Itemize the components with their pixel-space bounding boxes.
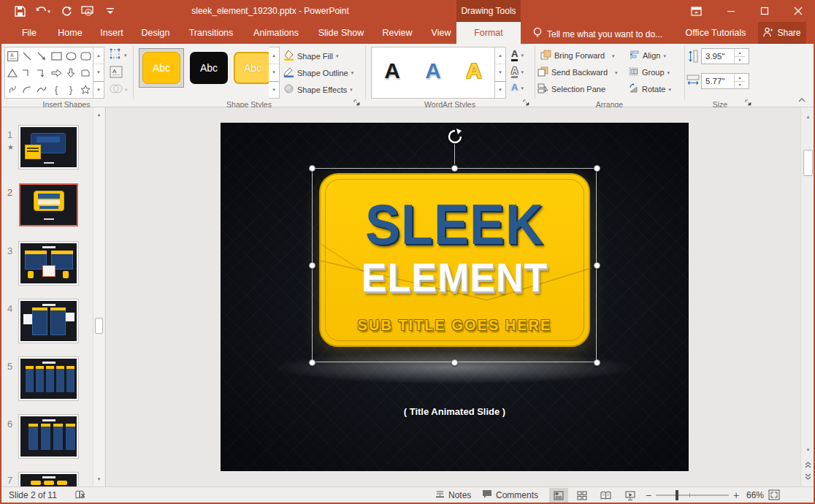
shape-corner-icon[interactable] xyxy=(78,64,93,81)
shape-elbow-connector-icon[interactable] xyxy=(20,64,34,81)
slide-thumbnail-5[interactable] xyxy=(19,357,78,400)
wordart-tile-3[interactable]: A xyxy=(454,47,494,94)
tab-review[interactable]: Review xyxy=(377,22,418,44)
main-scrollbar[interactable]: ▲ ▼ xyxy=(800,107,815,486)
shapes-gallery-more-icon[interactable]: ▼ xyxy=(93,81,104,98)
shape-styles-dialog-launcher-icon[interactable] xyxy=(352,98,361,107)
redo-icon[interactable] xyxy=(58,4,74,18)
shape-arc-icon[interactable] xyxy=(20,81,34,98)
slide-thumbnail-4[interactable] xyxy=(19,299,78,343)
panel-scrollbar[interactable]: ▲ ▼ xyxy=(93,107,104,486)
shape-effects-button[interactable]: Shape Effects ▾ xyxy=(283,83,353,96)
shape-star-icon[interactable] xyxy=(78,81,93,98)
zoom-out-button[interactable]: − xyxy=(646,487,651,503)
wordart-tile-1[interactable]: A xyxy=(372,47,413,94)
slide-indicator[interactable]: Slide 2 of 11 xyxy=(9,487,57,503)
edit-shape-dropdown-icon[interactable]: ▾ xyxy=(124,53,127,61)
edit-shape-button[interactable]: ▾ xyxy=(110,48,127,61)
wordart-tile-2[interactable]: A xyxy=(413,47,454,94)
selection-pane-button[interactable]: Selection Pane xyxy=(537,83,605,95)
zoom-in-button[interactable]: + xyxy=(733,487,739,503)
shape-arrow-icon[interactable] xyxy=(34,47,49,64)
send-backward-button[interactable]: Send Backward ▾ xyxy=(537,66,618,78)
zoom-slider-thumb[interactable] xyxy=(676,490,678,500)
tab-home[interactable]: Home xyxy=(51,22,89,44)
resize-handle-nw[interactable] xyxy=(309,165,315,172)
panel-scroll-down-icon[interactable]: ▼ xyxy=(93,474,104,484)
zoom-level[interactable]: 66% xyxy=(746,487,764,503)
tab-view[interactable]: View xyxy=(424,22,459,44)
close-icon[interactable] xyxy=(786,0,811,22)
main-scrollbar-thumb[interactable] xyxy=(803,150,813,176)
minimize-icon[interactable] xyxy=(719,0,743,22)
shape-styles-scroll-down-icon[interactable]: ▼ xyxy=(269,64,279,80)
slide-thumbnail-2[interactable] xyxy=(19,183,78,226)
slide-thumbnail-7[interactable] xyxy=(19,473,78,486)
shape-elbow-arrow-connector-icon[interactable] xyxy=(34,64,49,81)
size-dialog-launcher-icon[interactable] xyxy=(743,98,753,107)
shape-style-tile-1[interactable]: Abc xyxy=(142,52,180,84)
start-slideshow-icon[interactable] xyxy=(79,4,95,18)
wordart-dialog-launcher-icon[interactable] xyxy=(521,98,531,107)
align-button[interactable]: Align ▾ xyxy=(630,50,666,61)
slide-caption[interactable]: ( Title Animated Slide ) xyxy=(221,406,689,417)
selection-box[interactable] xyxy=(312,168,597,362)
spellcheck-icon[interactable] xyxy=(74,489,86,501)
shape-right-arrow-icon[interactable] xyxy=(49,64,64,81)
shape-outline-button[interactable]: Shape Outline ▾ xyxy=(283,66,353,79)
qat-customize-icon[interactable] xyxy=(102,4,118,18)
resize-handle-sw[interactable] xyxy=(309,359,315,366)
notes-button[interactable]: Notes xyxy=(435,487,471,503)
save-icon[interactable] xyxy=(12,4,28,18)
slide-thumbnail-6[interactable] xyxy=(19,415,78,458)
collapse-ribbon-icon[interactable] xyxy=(797,96,806,105)
text-outline-button[interactable]: A ▾ xyxy=(511,66,524,78)
reading-view-button[interactable] xyxy=(596,488,615,503)
text-box-button[interactable]: A xyxy=(110,66,123,80)
group-button[interactable]: Group ▾ xyxy=(628,66,670,78)
shape-right-brace-icon[interactable]: } xyxy=(64,81,78,98)
shape-styles-scroll-up-icon[interactable]: ▲ xyxy=(269,47,279,64)
resize-handle-e[interactable] xyxy=(594,262,600,269)
resize-handle-ne[interactable] xyxy=(594,165,600,172)
shape-style-tile-2[interactable]: Abc xyxy=(190,52,228,84)
text-effects-button[interactable]: A ▾ xyxy=(511,83,524,93)
normal-view-button[interactable] xyxy=(549,488,568,503)
slide-thumbnail-3[interactable] xyxy=(19,242,78,285)
panel-scroll-up-icon[interactable]: ▲ xyxy=(93,110,104,120)
shape-height-input[interactable] xyxy=(702,52,734,61)
shape-curve-icon[interactable] xyxy=(34,81,49,98)
share-button[interactable]: Share xyxy=(758,22,806,44)
tell-me-box[interactable]: Tell me what you want to do... xyxy=(533,27,662,41)
tab-format[interactable]: Format xyxy=(456,22,521,44)
resize-handle-n[interactable] xyxy=(451,165,458,172)
shape-oval-icon[interactable] xyxy=(64,47,78,64)
shape-down-arrow-icon[interactable] xyxy=(64,64,78,81)
tab-design[interactable]: Design xyxy=(136,22,175,44)
shape-styles-more-icon[interactable]: ▼ xyxy=(269,81,279,98)
shape-rectangle-icon[interactable] xyxy=(49,47,64,64)
merge-shapes-dropdown-icon[interactable]: ▾ xyxy=(125,87,128,94)
shape-scribble-icon[interactable] xyxy=(5,81,20,98)
panel-scrollbar-thumb[interactable] xyxy=(95,318,103,334)
wordart-more-icon[interactable]: ▼ xyxy=(495,81,505,98)
shape-textbox-icon[interactable]: A xyxy=(5,47,20,64)
slide-thumbnail-1[interactable] xyxy=(19,126,78,169)
shape-line-icon[interactable] xyxy=(20,47,34,64)
tab-insert[interactable]: Insert xyxy=(93,22,130,44)
shapes-scroll-up-icon[interactable]: ▲ xyxy=(93,47,104,64)
undo-dropdown-icon[interactable]: ▾ xyxy=(47,9,50,14)
shape-style-tile-3[interactable]: Abc xyxy=(234,52,272,84)
shape-fill-button[interactable]: Shape Fill ▾ xyxy=(283,50,338,62)
resize-handle-se[interactable] xyxy=(594,359,600,366)
shapes-scroll-down-icon[interactable]: ▼ xyxy=(93,64,104,80)
office-tutorials-button[interactable]: Office Tutorials xyxy=(679,22,752,44)
tab-animations[interactable]: Animations xyxy=(247,22,305,44)
text-fill-button[interactable]: A ▾ xyxy=(511,49,524,61)
rotate-button[interactable]: Rotate ▾ xyxy=(628,83,671,95)
wordart-scroll-up-icon[interactable]: ▲ xyxy=(495,47,505,64)
undo-icon[interactable]: ▾ xyxy=(32,4,54,18)
wordart-scroll-down-icon[interactable]: ▼ xyxy=(495,64,505,80)
maximize-icon[interactable] xyxy=(752,0,777,22)
shape-left-brace-icon[interactable]: { xyxy=(49,81,64,98)
